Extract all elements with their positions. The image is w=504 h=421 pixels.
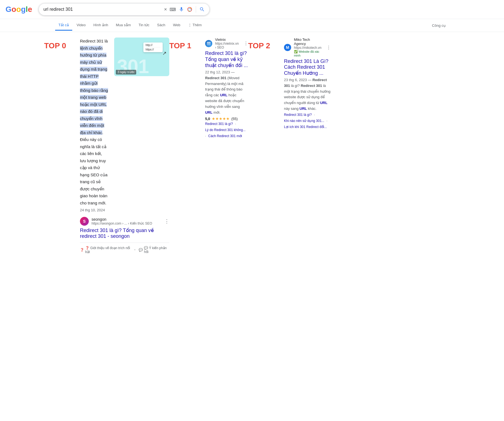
snippet-image: 301 http:// https:// ↗ 3 ngày trước	[114, 38, 169, 76]
search-button[interactable]	[199, 7, 205, 12]
featured-snippet: Redirect 301 là lệnh chuyển hướng từ phí…	[80, 38, 169, 254]
snippet-image-timestamp: 3 ngày trước	[116, 70, 136, 74]
top0-content: Redirect 301 là lệnh chuyển hướng từ phí…	[80, 38, 169, 260]
feedback-icon: 💬	[139, 248, 143, 252]
snippet-text-highlighted: lệnh chuyển hướng từ phía máy chủ sử dụn…	[80, 46, 108, 135]
top1-desc-url2: URL	[205, 110, 213, 114]
question-icon: ❓	[80, 248, 84, 252]
source-info: seongon https://seongon.com › ... › Kiến…	[92, 217, 152, 225]
snippet-text-after: . Điều này có nghĩa là tất cả các liên k…	[80, 130, 108, 205]
top2-section: TOP 2 M Miko Tech Agency https://mikotec…	[248, 38, 331, 260]
top1-desc-url1: URL	[220, 93, 227, 97]
top1-desc-dash: —	[231, 70, 235, 74]
search-bar: × ⌨	[39, 3, 210, 15]
top0-label: TOP 0	[44, 38, 80, 260]
tab-shopping[interactable]: Mua sắm	[112, 20, 134, 31]
top2-desc-bold2: Redirect 301	[301, 84, 322, 88]
keyboard-button[interactable]: ⌨	[170, 7, 176, 12]
snippet-image-url-http: http://	[146, 44, 160, 47]
top1-content: Vietnix https://vietnix.vn › SEO ⋮ Redir…	[205, 38, 248, 253]
tab-more[interactable]: ⋮ Thêm	[185, 20, 205, 31]
top1-title-link[interactable]: Redirect 301 là gì? Tổng quan về kỹ thuậ…	[205, 50, 248, 68]
tab-all[interactable]: Tất cả	[55, 20, 72, 31]
top1-desc-last: mới.	[213, 110, 220, 114]
snippet-meta: ❓ ❓ Giới thiệu về đoạn trích nổi bật • 💬…	[80, 246, 169, 254]
tab-books[interactable]: Sách	[154, 20, 169, 31]
top2-desc-last: khác.	[308, 106, 317, 111]
top2-breadcrumb-1[interactable]: Redirect 301 là gì?	[284, 113, 312, 117]
tab-video[interactable]: Video	[73, 20, 89, 31]
feedback-button[interactable]: 💬 💬 Ý kiến phản hồi	[139, 246, 169, 254]
snippet-image-url-https: https://	[146, 48, 160, 51]
svg-rect-3	[207, 44, 211, 45]
keyboard-icon: ⌨	[170, 7, 176, 12]
feedback-label: 💬 Ý kiến phản hồi	[144, 246, 169, 254]
voice-search-button[interactable]	[179, 7, 184, 12]
top2-label: TOP 2	[248, 38, 284, 260]
top0-section: TOP 0 Redirect 301 là lệnh chuyển hướng …	[44, 38, 169, 260]
source-menu-button[interactable]: ⋮	[164, 218, 169, 224]
top1-breadcrumb-1[interactable]: Redirect 301 là gì?	[205, 122, 233, 126]
top1-rating-stars: ★★★★★	[212, 116, 230, 121]
top0-result-link[interactable]: Redirect 301 là gì? Tổng quan về redirec…	[80, 227, 169, 239]
top1-source-menu[interactable]: ⋮	[244, 41, 248, 46]
lens-search-button[interactable]	[187, 7, 192, 12]
snippet-text-col: Redirect 301 là lệnh chuyển hướng từ phí…	[80, 38, 109, 214]
tab-images[interactable]: Hình ảnh	[90, 20, 112, 31]
main-content: TOP 0 Redirect 301 là lệnh chuyển hướng …	[0, 32, 331, 268]
top1-section: TOP 1 Vietnix https://vietnix.vn › SEO ⋮	[169, 38, 248, 260]
top1-breadcrumb-sep2: ·	[205, 134, 206, 138]
top1-source-url: https://vietnix.vn › SEO	[215, 42, 239, 49]
snippet-source: S seongon https://seongon.com › ... › Ki…	[80, 217, 169, 226]
tools-button[interactable]: Công cụ	[429, 21, 449, 30]
top2-desc-url1: URL	[320, 101, 328, 105]
snippet-divider	[80, 243, 169, 243]
about-snippet-button[interactable]: ❓ ❓ Giới thiệu về đoạn trích nổi bật	[80, 246, 131, 254]
top1-source-row: Vietnix https://vietnix.vn › SEO ⋮	[205, 38, 248, 49]
top2-breadcrumb-sep1: ·	[314, 113, 315, 117]
top2-breadcrumbs: Redirect 301 là gì? · Khi nào nên sử dụn…	[284, 113, 331, 129]
tab-news[interactable]: Tin tức	[135, 20, 152, 31]
top1-rating-count: (55)	[231, 117, 238, 121]
top2-source-row: M Miko Tech Agency https://mikotech.vn ✅…	[284, 38, 331, 57]
top2-source-menu[interactable]: ⋮	[326, 45, 331, 50]
top1-date: 22 thg 12, 2023	[205, 70, 230, 74]
search-input[interactable]	[43, 7, 162, 12]
top2-breadcrumb-2[interactable]: Khi nào nên sử dụng 301...	[284, 119, 324, 123]
top1-rating-score: 5,0	[205, 117, 210, 121]
top2-source-name: Miko Tech Agency	[294, 38, 321, 46]
snippet-date: 24 thg 10, 2024	[80, 208, 105, 212]
svg-rect-1	[207, 42, 211, 43]
snippet-content-row: Redirect 301 là lệnh chuyển hướng từ phí…	[80, 38, 169, 214]
lens-icon	[187, 7, 192, 12]
top2-source-info: Miko Tech Agency https://mikotech.vn ✅ W…	[294, 38, 321, 57]
vietnix-favicon	[205, 40, 212, 47]
top2-breadcrumb-3[interactable]: Lợi ích khi 301 Redirect đổi...	[284, 125, 327, 129]
top2-source-url: https://mikotech.vn ✅ Website đã xác min…	[294, 46, 321, 57]
snippet-image-cursor: ↗	[162, 50, 167, 56]
snippet-text-before: Redirect 301 là	[80, 39, 108, 43]
top2-description: 23 thg 6, 2023 — Redirect 301 là gì? Red…	[284, 77, 331, 112]
top1-breadcrumb-sep1: ·	[235, 122, 236, 126]
top1-source-info: Vietnix https://vietnix.vn › SEO	[215, 38, 239, 49]
top2-verified: ✅ Website đã xác minh	[294, 50, 319, 57]
top1-description: 22 thg 12, 2023 — Redirect 301 (Moved Pe…	[205, 70, 248, 115]
nav-tabs: Tất cả Video Hình ảnh Mua sắm Tin tức Sá…	[0, 19, 504, 32]
source-url: https://seongon.com › ... › Kiến thức SE…	[92, 222, 152, 225]
snippet-image-inner: 301 http:// https:// ↗ 3 ngày trước	[114, 38, 169, 76]
top2-breadcrumb-sep2: ·	[326, 119, 327, 123]
clear-button[interactable]: ×	[164, 7, 167, 12]
about-snippet-label: ❓ Giới thiệu về đoạn trích nổi bật	[85, 246, 131, 254]
snippet-text: Redirect 301 là lệnh chuyển hướng từ phí…	[80, 38, 109, 214]
tab-web[interactable]: Web	[170, 20, 184, 31]
top1-breadcrumb-2[interactable]: Lý do Redirect 301 không...	[205, 128, 246, 132]
top1-desc-bold1: Redirect 301	[205, 76, 226, 80]
top2-content: M Miko Tech Agency https://mikotech.vn ✅…	[284, 38, 331, 253]
microphone-icon	[179, 7, 184, 12]
seongon-logo: S	[80, 217, 89, 226]
source-name: seongon	[92, 217, 152, 222]
top1-rating-row: 5,0 ★★★★★ (55)	[205, 116, 248, 121]
top2-title-link[interactable]: Redirect 301 Là Gì? Cách Redirect 301 Ch…	[284, 58, 331, 76]
search-icon	[199, 7, 205, 12]
top1-breadcrumb-3[interactable]: Cách Redirect 301 mới	[208, 134, 242, 138]
